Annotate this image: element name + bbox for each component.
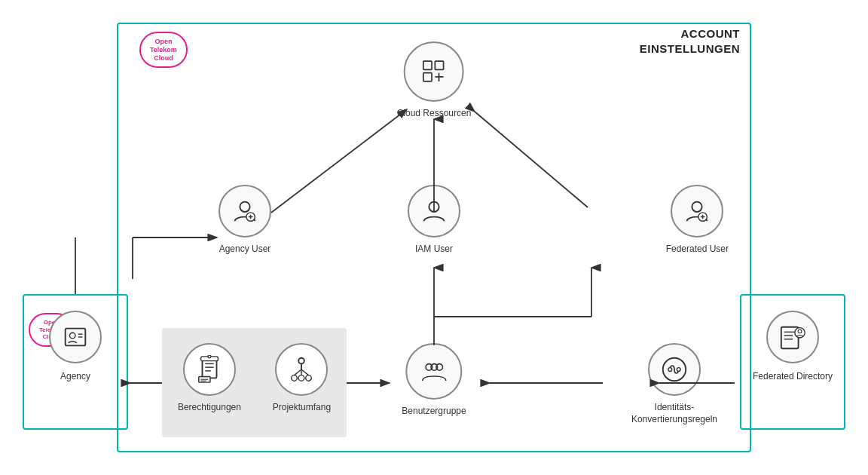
svg-point-1: [69, 332, 75, 339]
cloud-resources-icon-circle: [404, 41, 464, 102]
otc-cloud-shape-top: OpenTelekomCloud: [139, 32, 188, 68]
projektumfang-icon: [287, 355, 316, 384]
svg-rect-10: [423, 61, 432, 69]
svg-point-46: [677, 368, 680, 372]
gray-box: Berechtigungen Projektumfang: [162, 328, 347, 437]
agency-user-label: Agency User: [219, 244, 271, 256]
iam-user-label: IAM User: [415, 244, 453, 256]
svg-point-29: [208, 355, 211, 358]
svg-point-45: [668, 368, 672, 372]
diagram-container: ACCOUNT EINSTELLUNGEN OpenTelekomCloud O…: [0, 0, 868, 475]
federated-directory-box: Federated Directory: [740, 294, 845, 430]
identitaets-label: Identitäts-Konvertierungsregeln: [631, 402, 717, 425]
projektumfang-label: Projektumfang: [273, 402, 331, 414]
berechtigungen-node: Berechtigungen: [178, 343, 241, 414]
agency-user-icon: [231, 197, 259, 225]
account-title: ACCOUNT EINSTELLUNGEN: [640, 26, 740, 56]
svg-point-33: [299, 358, 305, 364]
cloud-resources-label: Cloud Ressourcen: [397, 108, 472, 120]
cloud-resources-icon: [420, 57, 448, 86]
benutzergruppe-icon-circle: [406, 343, 463, 400]
iam-user-icon-circle: [408, 185, 460, 238]
svg-point-39: [299, 375, 305, 382]
federated-user-node: Federated User: [666, 185, 729, 256]
iam-user-icon: [420, 197, 448, 225]
federated-directory-label: Federated Directory: [753, 371, 833, 383]
projektumfang-icon-circle: [275, 343, 328, 396]
federated-user-icon: [683, 197, 711, 225]
agency-icon-circle: [49, 311, 102, 363]
svg-point-38: [292, 375, 298, 382]
identitaets-icon-circle: [648, 343, 701, 396]
svg-point-20: [692, 202, 702, 212]
federated-directory-icon: [778, 323, 807, 351]
svg-point-40: [306, 375, 312, 382]
svg-point-15: [240, 202, 249, 212]
otc-cloud-top: OpenTelekomCloud: [139, 32, 188, 68]
agency-box: Agency: [23, 294, 128, 430]
svg-rect-12: [423, 73, 432, 81]
federated-directory-icon-circle: [766, 311, 819, 363]
identitaets-icon: [660, 355, 689, 384]
svg-line-37: [301, 369, 309, 375]
iam-user-node: IAM User: [408, 185, 460, 256]
svg-point-19: [429, 202, 439, 212]
benutzergruppe-icon: [420, 357, 448, 386]
agency-user-icon-circle: [219, 185, 271, 238]
identitaets-node: Identitäts-Konvertierungsregeln: [631, 343, 717, 425]
benutzergruppe-node: Benutzergruppe: [402, 343, 466, 418]
berechtigungen-label: Berechtigungen: [178, 402, 241, 414]
svg-line-35: [295, 369, 302, 375]
federated-user-label: Federated User: [666, 244, 729, 256]
benutzergruppe-label: Benutzergruppe: [402, 406, 466, 418]
projektumfang-node: Projektumfang: [273, 343, 331, 414]
agency-label: Agency: [60, 371, 90, 383]
agency-icon: [61, 323, 90, 351]
cloud-resources-node: Cloud Ressourcen: [397, 41, 472, 120]
berechtigungen-icon: [195, 355, 224, 384]
agency-user-node: Agency User: [219, 185, 271, 256]
federated-user-icon-circle: [671, 185, 723, 238]
berechtigungen-icon-circle: [183, 343, 236, 396]
svg-rect-11: [436, 61, 444, 69]
